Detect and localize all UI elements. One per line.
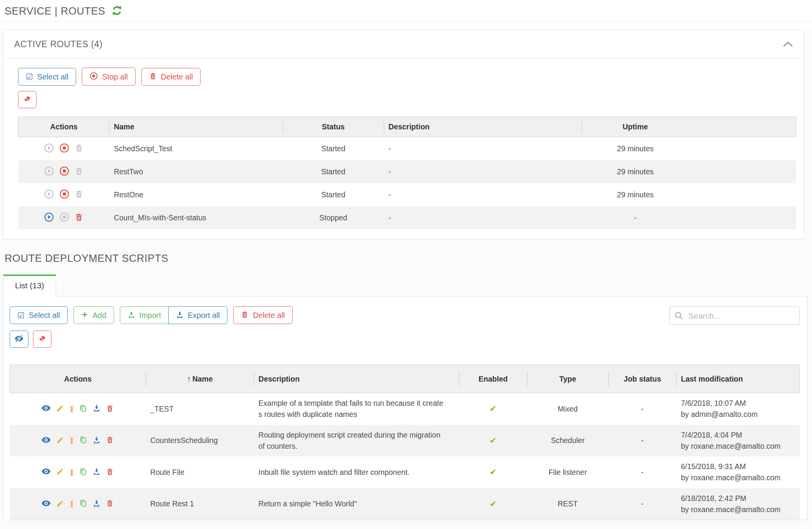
rename-script-button[interactable]: I <box>70 468 74 477</box>
clear-filters-button[interactable] <box>33 331 51 348</box>
column-header-actions[interactable]: Actions <box>10 365 146 393</box>
download-script-button[interactable] <box>93 468 101 477</box>
export-all-button[interactable]: Export all <box>168 306 227 324</box>
delete-all-routes-button[interactable]: Delete all <box>141 68 201 86</box>
stop-route-button[interactable] <box>59 166 70 177</box>
stop-all-routes-button[interactable]: Stop all <box>82 68 136 86</box>
delete-script-button[interactable] <box>106 499 114 509</box>
delete-route-button[interactable] <box>75 167 83 177</box>
sort-ascending-icon <box>187 375 192 383</box>
script-job-status: - <box>608 393 676 425</box>
column-header-job-status[interactable]: Job status <box>608 365 676 393</box>
duplicate-script-button[interactable] <box>79 499 87 509</box>
import-button[interactable]: Import <box>120 306 169 324</box>
delete-route-button[interactable] <box>75 190 83 200</box>
deployment-scripts-toolbar: ☑ Select all Add Import <box>10 306 800 325</box>
script-description: Return a simple "Hello World" <box>259 498 445 509</box>
route-status: Started <box>283 137 384 160</box>
delete-script-button[interactable] <box>106 468 114 477</box>
eye-icon <box>41 500 51 508</box>
trash-icon <box>106 468 114 477</box>
rename-script-button[interactable]: I <box>70 499 74 508</box>
duplicate-script-button[interactable] <box>79 468 87 477</box>
rename-script-button[interactable]: I <box>70 436 74 445</box>
refresh-button[interactable] <box>111 5 123 17</box>
stop-route-button[interactable] <box>59 212 70 223</box>
eraser-icon <box>23 95 31 104</box>
column-header-type[interactable]: Type <box>527 365 608 393</box>
route-description: - <box>384 160 581 183</box>
script-row: I <box>10 393 800 425</box>
script-modified-date: 6/18/2018, 2:42 PM <box>681 493 795 504</box>
route-description: - <box>384 206 581 229</box>
eye-slash-icon <box>15 335 23 344</box>
search-box <box>669 306 800 325</box>
route-name: RestOne <box>109 183 283 206</box>
download-script-button[interactable] <box>93 499 101 509</box>
download-script-button[interactable] <box>93 436 101 445</box>
collapse-card-button[interactable] <box>783 41 793 48</box>
copy-icon <box>79 436 87 445</box>
search-input[interactable] <box>669 306 800 325</box>
play-circle-icon <box>44 212 54 223</box>
active-routes-header-row: Actions Name Status Description Uptime <box>18 117 796 137</box>
tab-list[interactable]: List (13) <box>3 274 56 296</box>
column-header-description: Description <box>384 117 581 137</box>
view-script-button[interactable] <box>41 500 51 508</box>
view-script-button[interactable] <box>41 437 51 445</box>
edit-script-button[interactable] <box>56 436 64 445</box>
script-name: CountersScheduling <box>146 425 254 457</box>
text-cursor-icon: I <box>70 405 74 413</box>
download-script-button[interactable] <box>93 404 101 413</box>
rename-script-button[interactable]: I <box>70 405 74 413</box>
column-header-last-modification[interactable]: Last modification <box>676 365 800 393</box>
select-all-label: Select all <box>37 72 68 81</box>
view-script-button[interactable] <box>41 405 51 413</box>
plus-icon <box>81 311 88 319</box>
stop-all-label: Stop all <box>102 72 128 81</box>
download-icon <box>93 468 101 477</box>
start-route-button[interactable] <box>44 212 54 223</box>
route-row: Count_MIs-with-Sent-status Stopped - - <box>18 206 796 229</box>
start-route-button[interactable] <box>44 189 54 200</box>
trash-icon <box>75 144 83 154</box>
text-cursor-icon: I <box>70 436 74 445</box>
edit-script-button[interactable] <box>56 468 64 477</box>
stop-route-button[interactable] <box>59 189 70 200</box>
delete-all-label: Delete all <box>253 311 285 320</box>
delete-route-button[interactable] <box>75 213 83 223</box>
select-all-scripts-button[interactable]: ☑ Select all <box>10 306 68 324</box>
import-export-group: Import Export all <box>120 306 228 324</box>
active-routes-table: Actions Name Status Description Uptime <box>18 117 796 229</box>
column-header-description[interactable]: Description <box>254 365 459 393</box>
column-header-name[interactable]: Name <box>146 365 254 393</box>
column-header-status: Status <box>283 117 384 137</box>
clear-selection-button[interactable] <box>18 91 36 108</box>
stop-route-button[interactable] <box>59 143 70 154</box>
edit-script-button[interactable] <box>56 499 64 509</box>
column-header-enabled[interactable]: Enabled <box>459 365 527 393</box>
trash-icon <box>75 190 83 200</box>
duplicate-script-button[interactable] <box>79 404 87 414</box>
add-script-button[interactable]: Add <box>73 306 114 324</box>
edit-script-button[interactable] <box>56 404 64 413</box>
delete-script-button[interactable] <box>106 404 114 414</box>
toggle-visibility-button[interactable] <box>10 331 28 348</box>
delete-script-button[interactable] <box>106 436 114 445</box>
delete-all-label: Delete all <box>161 72 193 81</box>
view-script-button[interactable] <box>41 468 51 476</box>
duplicate-script-button[interactable] <box>79 436 87 445</box>
start-route-button[interactable] <box>44 143 54 154</box>
script-job-status: - <box>608 456 676 488</box>
select-all-routes-button[interactable]: ☑ Select all <box>18 68 76 86</box>
route-status: Stopped <box>283 206 384 229</box>
name-header-label: Name <box>192 375 213 383</box>
trash-icon <box>106 404 114 414</box>
script-description: Routing deployment script created during… <box>259 430 445 452</box>
delete-all-scripts-button[interactable]: Delete all <box>233 306 292 324</box>
upload-icon <box>128 311 135 320</box>
delete-route-button[interactable] <box>75 144 83 154</box>
start-route-button[interactable] <box>44 166 54 177</box>
route-description: - <box>384 183 581 206</box>
active-routes-card: ACTIVE ROUTES (4) ☑ Select all Stop all <box>3 30 804 240</box>
